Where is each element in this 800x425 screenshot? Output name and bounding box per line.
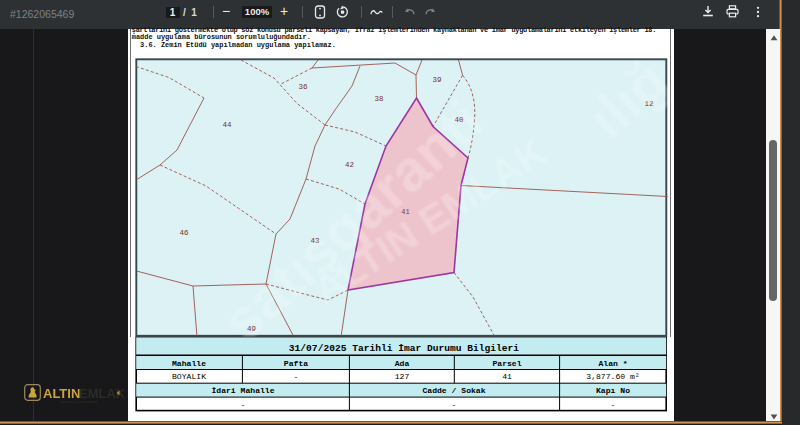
- svg-text:44: 44: [222, 121, 232, 129]
- svg-text:-: -: [241, 400, 246, 409]
- svg-text:ALTIN: ALTIN: [43, 386, 80, 401]
- svg-text:Alan *: Alan *: [598, 359, 627, 368]
- svg-text:46: 46: [179, 229, 189, 237]
- svg-text:42: 42: [345, 161, 354, 169]
- svg-text:Parsel: Parsel: [492, 359, 521, 368]
- svg-text:BOYALIK: BOYALIK: [172, 372, 206, 381]
- svg-text:41: 41: [502, 372, 512, 381]
- svg-text:31/07/2025 Tarihli İmar Durumu: 31/07/2025 Tarihli İmar Durumu Bilgileri: [289, 343, 520, 354]
- svg-text:Mahalle: Mahalle: [172, 359, 206, 368]
- svg-text:-: -: [611, 400, 616, 409]
- svg-text:-: -: [294, 372, 299, 381]
- svg-text:36: 36: [298, 83, 308, 91]
- svg-text:3,877.60 m²: 3,877.60 m²: [586, 372, 639, 381]
- svg-text:Pafta: Pafta: [284, 359, 308, 368]
- svg-text:İdari Mahalle: İdari Mahalle: [211, 386, 274, 395]
- svg-text:38: 38: [374, 95, 383, 103]
- svg-text:39: 39: [432, 76, 441, 84]
- svg-text:Cadde / Sokak: Cadde / Sokak: [422, 386, 485, 395]
- svg-text:Ada: Ada: [395, 359, 410, 368]
- svg-text:Kapı No: Kapı No: [596, 386, 630, 395]
- svg-text:127: 127: [395, 372, 410, 381]
- svg-text:-: -: [452, 400, 457, 409]
